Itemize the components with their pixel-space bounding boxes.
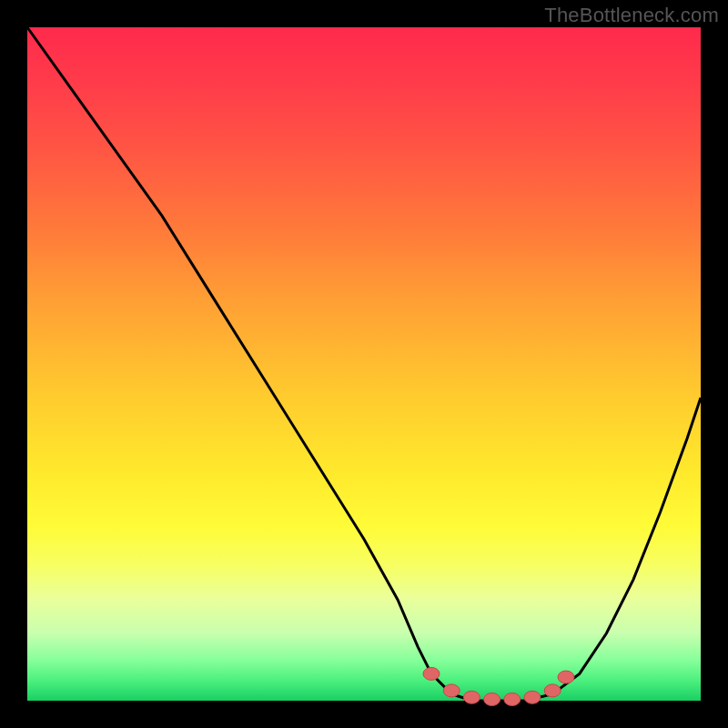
chart-plot-area bbox=[27, 27, 701, 701]
bottleneck-curve bbox=[27, 27, 701, 701]
chart-frame: TheBottleneck.com bbox=[0, 0, 728, 728]
curve-marker bbox=[484, 693, 500, 706]
chart-svg bbox=[27, 27, 701, 701]
curve-marker bbox=[504, 693, 521, 706]
flat-region-markers bbox=[423, 667, 574, 705]
curve-marker bbox=[524, 691, 541, 703]
curve-marker bbox=[544, 684, 561, 697]
curve-marker bbox=[423, 667, 440, 680]
curve-marker bbox=[558, 671, 574, 683]
curve-marker bbox=[443, 684, 460, 697]
watermark-text: TheBottleneck.com bbox=[544, 4, 719, 27]
curve-marker bbox=[463, 691, 480, 703]
